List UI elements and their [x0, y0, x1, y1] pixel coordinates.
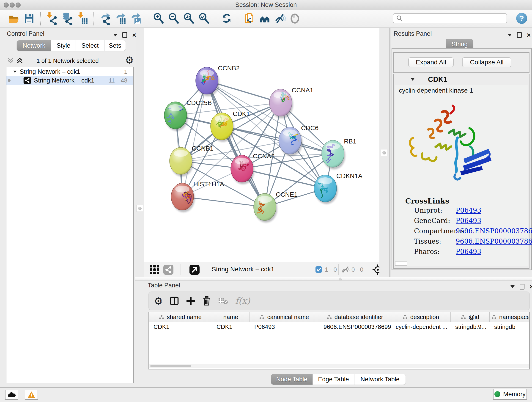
- toolbar-separator: [147, 12, 147, 26]
- share-session-icon[interactable]: [244, 12, 255, 26]
- left-splitter-handle[interactable]: [137, 205, 143, 212]
- crosslink-label: Compartments:: [414, 227, 456, 235]
- collapse-panel-icon[interactable]: [510, 285, 515, 288]
- add-icon[interactable]: [186, 296, 195, 306]
- network-node-ccna2[interactable]: [231, 155, 254, 184]
- network-node-cdc6[interactable]: [279, 127, 302, 156]
- table-cell: stringdb: [490, 322, 530, 332]
- gear-icon[interactable]: ⚙: [125, 55, 134, 66]
- crosslink-link[interactable]: 9606.ENSP00000378699: [456, 237, 532, 245]
- zoom-selected-icon[interactable]: [198, 12, 210, 26]
- export-network-icon[interactable]: [99, 12, 111, 26]
- delete-table-icon[interactable]: [218, 297, 228, 305]
- network-canvas[interactable]: CCNB2CCNA1CDC25BCDK1CDC6RB1CCNB1CCNA2CDK…: [144, 28, 380, 262]
- network-node-rb1[interactable]: [322, 140, 345, 169]
- selected-checkbox-icon[interactable]: [315, 266, 322, 273]
- export-table-icon[interactable]: [114, 12, 126, 26]
- column-header-canonical-name[interactable]: canonical name: [250, 312, 319, 322]
- grid-view-icon[interactable]: [149, 264, 160, 275]
- fx-icon[interactable]: f(x): [235, 296, 250, 306]
- network-node-cdkn1a[interactable]: [314, 175, 338, 204]
- network-node-ccna1[interactable]: [269, 89, 293, 118]
- expander-icon[interactable]: [13, 70, 17, 73]
- column-header-database-identifier[interactable]: database identifier: [319, 312, 391, 322]
- network-edge[interactable]: [182, 197, 265, 207]
- crosslink-link[interactable]: P06493: [456, 248, 481, 255]
- import-network-database-icon[interactable]: [61, 12, 73, 26]
- cloud-status-button[interactable]: [5, 390, 18, 400]
- entry-content-box: cyclin-dependent kinase 1: [395, 85, 528, 266]
- crosslink-link[interactable]: P06493: [456, 217, 481, 225]
- collapse-all-button[interactable]: Collapse All: [462, 57, 511, 67]
- close-panel-icon[interactable]: ×: [530, 284, 532, 289]
- warning-status-button[interactable]: [25, 390, 38, 400]
- collapse-panel-icon[interactable]: [113, 34, 117, 36]
- trash-icon[interactable]: [202, 296, 211, 306]
- tab-network-table[interactable]: Network Table: [355, 374, 405, 385]
- refresh-icon[interactable]: [221, 12, 233, 26]
- float-panel-icon[interactable]: [517, 32, 522, 38]
- table-panel-splitter[interactable]: [135, 277, 532, 281]
- network-node-ccnb1[interactable]: [170, 147, 193, 177]
- column-header-shared-name[interactable]: shared name: [149, 312, 212, 322]
- entry-expander-icon[interactable]: [411, 78, 415, 81]
- crosslinks-title: CrossLinks: [405, 197, 449, 205]
- network-node-ccnb2[interactable]: [196, 67, 219, 96]
- crosslink-link[interactable]: P06493: [456, 206, 481, 214]
- column-header-namespace[interactable]: namespace: [490, 312, 530, 322]
- network-edge[interactable]: [182, 81, 207, 197]
- memory-label: Memory: [503, 391, 526, 398]
- float-panel-icon[interactable]: [520, 284, 525, 289]
- zoom-in-icon[interactable]: [152, 12, 164, 26]
- show-eye-icon[interactable]: [289, 12, 301, 26]
- import-network-file-icon[interactable]: [46, 12, 58, 26]
- search-input[interactable]: [404, 15, 507, 22]
- tab-network[interactable]: Network: [17, 40, 51, 51]
- column-header-name[interactable]: name: [212, 312, 250, 322]
- tab-edge-table[interactable]: Edge Table: [313, 374, 355, 385]
- import-table-file-icon[interactable]: [76, 12, 88, 26]
- network-tree-row[interactable]: String Network – cdk11: [6, 67, 133, 76]
- tab-style[interactable]: Style: [51, 40, 76, 51]
- home-icon[interactable]: [259, 12, 271, 26]
- tab-sets[interactable]: Sets: [104, 40, 126, 51]
- columns-icon[interactable]: [170, 296, 179, 306]
- gear-icon[interactable]: ⚙: [154, 295, 163, 307]
- zoom-out-icon[interactable]: [167, 12, 179, 26]
- right-splitter-handle[interactable]: [381, 149, 387, 156]
- open-session-icon[interactable]: [8, 12, 20, 26]
- network-tree-row[interactable]: String Network – cdk11148: [6, 76, 133, 85]
- tab-node-table[interactable]: Node Table: [271, 374, 313, 385]
- export-image-icon[interactable]: [129, 12, 141, 26]
- search-box[interactable]: [393, 13, 507, 23]
- toolbar-separator: [94, 12, 94, 26]
- column-header-description[interactable]: description: [391, 312, 451, 322]
- float-panel-icon[interactable]: [122, 32, 127, 38]
- memory-button[interactable]: Memory: [493, 389, 527, 400]
- network-node-cdc25b[interactable]: [160, 102, 188, 131]
- column-label: shared name: [167, 313, 202, 321]
- column-header-@id[interactable]: @id: [451, 312, 490, 322]
- node-label: CCNB2: [218, 65, 240, 72]
- network-node-cdk1[interactable]: [210, 111, 234, 142]
- zoom-fit-icon[interactable]: [183, 12, 195, 26]
- hide-eye-icon[interactable]: [274, 12, 286, 26]
- table-horizontal-scrollbar[interactable]: [149, 364, 529, 368]
- expand-all-button[interactable]: Expand All: [408, 57, 454, 67]
- tab-select[interactable]: Select: [76, 40, 104, 51]
- network-name: String Network – cdk1: [34, 77, 94, 84]
- open-in-window-icon[interactable]: [189, 264, 200, 275]
- table-panel: Table Panel × ⚙f(x) shared namenamecanon…: [135, 281, 532, 387]
- crosslink-label: Pharos:: [414, 248, 456, 255]
- collapse-panel-icon[interactable]: [508, 34, 512, 36]
- close-panel-icon[interactable]: ×: [527, 33, 531, 37]
- crosslink-link[interactable]: 9606.ENSP00000378699: [456, 227, 532, 235]
- save-session-icon[interactable]: [23, 12, 35, 26]
- network-node-hist1h1a[interactable]: [171, 183, 195, 212]
- table-row[interactable]: CDK1CDK1P064939606.ENSP00000378699cyclin…: [149, 322, 529, 332]
- scrollbar-thumb[interactable]: [395, 262, 407, 266]
- network-node-ccne1[interactable]: [253, 193, 277, 223]
- status-bar: Memory: [0, 387, 532, 402]
- network-list-icon[interactable]: [163, 264, 174, 275]
- help-icon[interactable]: ?: [516, 13, 527, 24]
